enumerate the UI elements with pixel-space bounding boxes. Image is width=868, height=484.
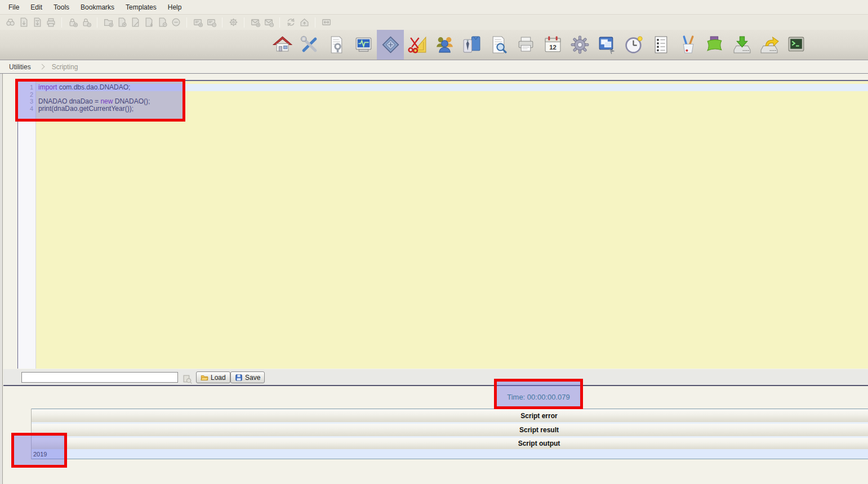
execution-time-label: Time: 00:00:00.079: [494, 389, 583, 405]
floppy-disk-icon: [235, 374, 243, 382]
document-export-icon[interactable]: [142, 16, 155, 29]
toolbar-separator: [315, 17, 315, 28]
document-wrench-icon[interactable]: [323, 30, 350, 60]
folder-add-icon[interactable]: [101, 16, 115, 29]
remove-circle-icon[interactable]: [169, 16, 182, 29]
toolbar-separator: [244, 17, 244, 28]
drive-export-icon[interactable]: [755, 30, 782, 60]
document-search-icon[interactable]: [485, 30, 512, 60]
resize-icon[interactable]: [319, 16, 333, 29]
tools-icon[interactable]: [296, 30, 323, 60]
refresh-icon[interactable]: [284, 16, 297, 29]
toolbar-separator: [61, 17, 62, 28]
toolbar-separator: [222, 17, 222, 28]
drive-import-icon[interactable]: [728, 30, 755, 60]
settings-icon[interactable]: [226, 16, 240, 29]
print-icon[interactable]: [44, 16, 57, 29]
line-number: 1: [18, 84, 37, 91]
document-edit-icon[interactable]: [128, 16, 142, 29]
menu-file[interactable]: File: [3, 1, 25, 14]
users-icon[interactable]: [431, 30, 458, 60]
export-pdf-icon[interactable]: [30, 16, 44, 29]
main-toolbar: 12: [0, 30, 868, 60]
document-remove-icon[interactable]: [155, 16, 169, 29]
results-panel: Script error Script result Script output…: [31, 409, 868, 459]
wardrobe-icon[interactable]: [458, 30, 485, 60]
save-button[interactable]: Save: [230, 371, 265, 383]
flag-icon[interactable]: [701, 30, 728, 60]
svg-text:12: 12: [549, 44, 557, 51]
load-button[interactable]: Load: [196, 371, 230, 383]
menu-templates[interactable]: Templates: [120, 1, 162, 14]
document-add-icon[interactable]: [115, 16, 128, 29]
panel-left-edge: [0, 74, 3, 484]
breadcrumb-utilities[interactable]: Utilities: [9, 63, 31, 71]
code-line-3: DNADAO dnaDao = new DNADAO();: [36, 98, 868, 105]
file-bar: Load Save: [3, 369, 868, 385]
line-number-gutter: 1 2 3 4: [17, 81, 36, 369]
clock-icon[interactable]: [620, 30, 647, 60]
script-result-header[interactable]: Script result: [32, 424, 868, 436]
content-area: 1 2 3 4 import com.dbs.dao.DNADAO; DNADA…: [0, 74, 868, 484]
script-path-input[interactable]: [21, 372, 178, 383]
script-editor[interactable]: import com.dbs.dao.DNADAO; DNADAO dnaDao…: [36, 81, 868, 369]
code-line-1: import com.dbs.dao.DNADAO;: [36, 84, 868, 91]
menu-help[interactable]: Help: [162, 1, 188, 14]
menu-tools[interactable]: Tools: [48, 1, 75, 14]
mail-remove-icon[interactable]: [262, 16, 275, 29]
home-icon[interactable]: [269, 30, 296, 60]
pens-icon[interactable]: [674, 30, 701, 60]
lock-add-icon[interactable]: [66, 16, 79, 29]
printer-icon[interactable]: [512, 30, 539, 60]
breadcrumb-scripting[interactable]: Scripting: [52, 63, 78, 71]
settings-gear-icon[interactable]: [566, 30, 593, 60]
mail-add-icon[interactable]: [248, 16, 262, 29]
line-number: 4: [18, 105, 37, 113]
menu-edit[interactable]: Edit: [25, 1, 48, 14]
export-document-icon[interactable]: [17, 16, 30, 29]
checklist-icon[interactable]: [647, 30, 674, 60]
toolbar-separator: [186, 17, 187, 28]
browse-file-icon[interactable]: [180, 372, 194, 386]
menubar: File Edit Tools Bookmarks Templates Help: [0, 0, 868, 14]
monitor-pulse-icon[interactable]: [350, 30, 377, 60]
search-icon[interactable]: [3, 16, 17, 29]
script-error-header[interactable]: Script error: [32, 409, 868, 422]
script-output-value[interactable]: 2019: [32, 449, 868, 459]
panel-divider: [3, 385, 868, 386]
menu-bookmarks[interactable]: Bookmarks: [75, 1, 120, 14]
code-line-4: print(dnaDao.getCurrentYear());: [36, 105, 868, 113]
line-number: 3: [18, 98, 37, 105]
breadcrumb: Utilities Scripting: [0, 60, 868, 74]
scissors-ruler-icon[interactable]: [404, 30, 431, 60]
script-output-header[interactable]: Script output: [32, 438, 868, 449]
scripting-icon[interactable]: [377, 30, 404, 60]
line-number: 2: [18, 91, 37, 98]
home-upload-icon[interactable]: [297, 16, 311, 29]
chevron-right-icon: [39, 64, 44, 70]
lock-remove-icon[interactable]: [79, 16, 93, 29]
toolbar-separator: [279, 17, 280, 28]
card-remove-icon[interactable]: [204, 16, 218, 29]
calendar-icon[interactable]: 12: [539, 30, 566, 60]
toolbar-separator: [97, 17, 97, 28]
window-session-icon[interactable]: [593, 30, 620, 60]
secondary-toolbar: [0, 14, 868, 30]
terminal-icon[interactable]: [782, 30, 809, 60]
folder-open-icon: [201, 374, 208, 382]
card-add-icon[interactable]: [191, 16, 204, 29]
code-line-2: [36, 91, 868, 98]
